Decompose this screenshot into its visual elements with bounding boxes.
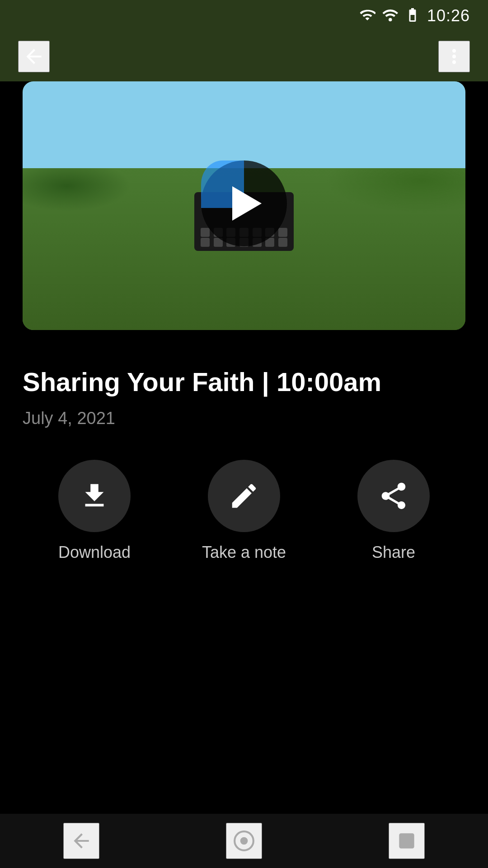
battery-icon <box>404 7 421 25</box>
video-container <box>23 81 465 330</box>
recent-square-icon <box>395 830 418 852</box>
signal-icon <box>382 7 398 25</box>
home-nav-button[interactable] <box>226 823 262 859</box>
wifi-icon <box>359 7 375 25</box>
play-triangle <box>232 186 262 221</box>
download-label: Download <box>58 543 131 562</box>
take-note-label: Take a note <box>202 543 286 562</box>
status-icons: 10:26 <box>359 6 470 25</box>
sermon-title: Sharing Your Faith | 10:00am <box>23 366 465 398</box>
pencil-icon <box>228 480 260 512</box>
status-time: 10:26 <box>427 6 470 25</box>
nav-bar <box>0 32 488 81</box>
bottom-nav <box>0 814 488 868</box>
share-icon <box>378 480 409 512</box>
svg-rect-1 <box>410 15 414 20</box>
recent-nav-button[interactable] <box>389 823 425 859</box>
play-circle <box>201 160 287 246</box>
more-menu-button[interactable] <box>438 41 470 72</box>
take-note-circle <box>208 460 280 532</box>
play-graphic <box>194 160 294 251</box>
film-hole <box>201 238 210 247</box>
status-bar: 10:26 <box>0 0 488 32</box>
home-circle-icon <box>233 830 255 852</box>
film-hole <box>278 238 287 247</box>
download-circle <box>58 460 131 532</box>
sermon-date: July 4, 2021 <box>23 409 465 428</box>
share-label: Share <box>372 543 415 562</box>
share-action[interactable]: Share <box>357 460 430 562</box>
download-action[interactable]: Download <box>58 460 131 562</box>
content-area: Sharing Your Faith | 10:00am July 4, 202… <box>0 348 488 814</box>
svg-point-3 <box>240 837 248 845</box>
svg-point-0 <box>389 18 392 22</box>
play-button[interactable] <box>194 156 294 255</box>
share-circle <box>357 460 430 532</box>
take-note-action[interactable]: Take a note <box>202 460 286 562</box>
actions-row: Download Take a note Share <box>23 460 465 562</box>
svg-rect-4 <box>399 833 414 848</box>
back-button[interactable] <box>18 41 50 72</box>
download-icon <box>79 480 110 512</box>
back-triangle-icon <box>70 830 93 852</box>
back-nav-button[interactable] <box>63 823 99 859</box>
